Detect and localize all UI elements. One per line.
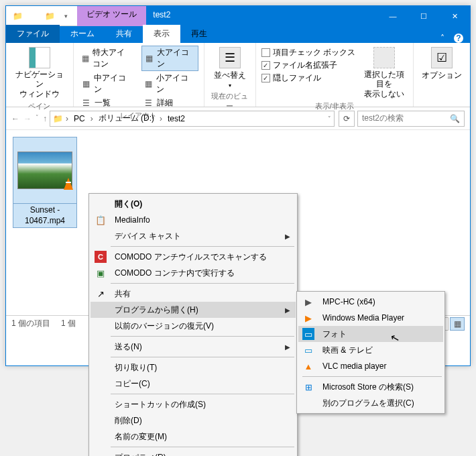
open-with-submenu: ▶MPC-HC (x64)▶Windows Media Player▭フォト▭映… bbox=[296, 291, 445, 414]
ctx-item[interactable]: 📋MediaInfo bbox=[91, 212, 296, 228]
maximize-button[interactable]: ☐ bbox=[408, 6, 439, 26]
ctx-item[interactable]: 送る(N)▶ bbox=[91, 339, 296, 355]
sort-icon: ☰ bbox=[219, 47, 241, 68]
qat-properties-icon[interactable]: ☑ bbox=[26, 9, 41, 23]
ctx-item[interactable]: プログラムから開く(H)▶ bbox=[91, 302, 296, 318]
options-button[interactable]: ☑ オプション bbox=[419, 46, 465, 82]
ctx-item-icon bbox=[95, 198, 107, 210]
tab-play[interactable]: 再生 bbox=[180, 25, 218, 43]
ctx-item[interactable]: ショートカットの作成(S) bbox=[91, 396, 296, 412]
ctx-item-icon bbox=[95, 230, 107, 242]
sort-button[interactable]: ☰ 並べ替え ▾ bbox=[210, 46, 250, 90]
hide-selected-button[interactable]: 選択した項目を 表示しない bbox=[361, 46, 408, 100]
check-item-checkboxes[interactable]: 項目チェック ボックス bbox=[261, 47, 355, 58]
vlc-overlay-icon bbox=[64, 178, 73, 190]
check-file-extensions[interactable]: ✓ファイル名拡張子 bbox=[261, 60, 355, 71]
submenu-item[interactable]: 別のプログラムを選択(C) bbox=[298, 395, 443, 411]
layout-medium[interactable]: ▦中アイコン bbox=[79, 72, 135, 96]
nav-recent-dropdown[interactable]: ˅ bbox=[36, 114, 39, 123]
submenu-item-icon: ⊞ bbox=[302, 381, 314, 393]
ctx-item-icon bbox=[95, 398, 107, 410]
ctx-item[interactable]: ▣COMODO コンテナ内で実行する bbox=[91, 265, 296, 281]
submenu-item[interactable]: ⊞Microsoft Store の検索(S) bbox=[298, 379, 443, 395]
ctx-item[interactable]: CCOMODO アンチウイルスでスキャンする bbox=[91, 249, 296, 265]
ctx-item[interactable]: 以前のバージョンの復元(V) bbox=[91, 318, 296, 334]
refresh-button[interactable]: ⟳ bbox=[339, 111, 355, 127]
file-name[interactable]: Sunset - 10467.mp4 bbox=[13, 204, 77, 228]
window-title: test2 bbox=[146, 6, 377, 26]
group-current-view: ☰ 並べ替え ▾ 現在のビュー bbox=[204, 43, 256, 107]
ctx-item[interactable]: コピー(C) bbox=[91, 376, 296, 392]
submenu-item[interactable]: ▭フォト bbox=[298, 326, 443, 342]
layout-details[interactable]: ☰詳細 bbox=[141, 97, 198, 109]
address-dropdown-icon[interactable]: ˅ bbox=[328, 115, 331, 122]
tab-share[interactable]: 共有 bbox=[105, 25, 143, 43]
ctx-item-icon bbox=[95, 431, 107, 443]
group-pane: ナビゲーション ウィンドウ ペイン bbox=[6, 43, 74, 107]
selection-count: 1 個 bbox=[61, 318, 76, 329]
layout-large[interactable]: ▦大アイコン bbox=[141, 46, 198, 71]
nav-back-button[interactable]: ← bbox=[11, 114, 19, 123]
ctx-item-icon bbox=[95, 320, 107, 332]
submenu-item-icon: ▭ bbox=[302, 328, 314, 340]
breadcrumb[interactable]: 📁 › PC › ボリューム (D:) › test2 ˅ bbox=[50, 111, 335, 127]
submenu-arrow-icon: ▶ bbox=[285, 306, 290, 314]
ctx-item-icon bbox=[95, 361, 107, 374]
ctx-item-icon: ▣ bbox=[95, 267, 107, 279]
submenu-item[interactable]: ▶MPC-HC (x64) bbox=[298, 294, 443, 310]
check-hidden-files[interactable]: ✓隠しファイル bbox=[261, 72, 355, 84]
navbar: ← → ˅ ↑ 📁 › PC › ボリューム (D:) › test2 ˅ ⟳ … bbox=[6, 107, 470, 130]
tab-home[interactable]: ホーム bbox=[60, 25, 105, 43]
crumb-folder[interactable]: test2 bbox=[165, 114, 188, 123]
help-icon[interactable]: ? bbox=[454, 34, 463, 43]
search-icon: 🔍 bbox=[450, 114, 460, 123]
navigation-pane-icon bbox=[29, 47, 50, 68]
folder-icon: 📁 bbox=[10, 9, 25, 23]
minimize-button[interactable]: ― bbox=[377, 6, 408, 26]
submenu-item-icon: ▶ bbox=[302, 296, 314, 308]
nav-up-button[interactable]: ↑ bbox=[43, 114, 47, 123]
ribbon-collapse-icon[interactable]: ˄ bbox=[440, 34, 444, 43]
submenu-item[interactable]: ▲VLC media player bbox=[298, 358, 443, 374]
ctx-item[interactable]: ↗共有 bbox=[91, 286, 296, 302]
window-buttons: ― ☐ ✕ bbox=[377, 6, 470, 26]
search-input[interactable]: test2の検索 🔍 bbox=[357, 111, 465, 127]
layout-small[interactable]: ▦小アイコン bbox=[141, 72, 198, 96]
submenu-item[interactable]: ▭映画 & テレビ bbox=[298, 342, 443, 358]
ctx-item[interactable]: 削除(D) bbox=[91, 412, 296, 429]
close-button[interactable]: ✕ bbox=[439, 6, 470, 26]
crumb-pc[interactable]: PC bbox=[71, 114, 88, 123]
navigation-pane-button[interactable]: ナビゲーション ウィンドウ bbox=[11, 46, 68, 100]
quick-access-toolbar: 📁 ☑ 📁 ▾ bbox=[6, 6, 77, 26]
titlebar: 📁 ☑ 📁 ▾ ビデオ ツール test2 ― ☐ ✕ bbox=[6, 6, 470, 26]
layout-extra-large[interactable]: ▦特大アイコン bbox=[79, 46, 135, 71]
nav-forward-button[interactable]: → bbox=[23, 114, 32, 123]
ctx-item[interactable]: プロパティ(R) bbox=[91, 449, 296, 456]
layout-options: ▦特大アイコン ▦大アイコン ▦中アイコン ▦小アイコン ☰一覧 ☰詳細 bbox=[79, 46, 198, 109]
ctx-item[interactable]: 切り取り(T) bbox=[91, 359, 296, 376]
ctx-item-icon bbox=[95, 378, 107, 390]
ctx-item-icon: C bbox=[95, 251, 107, 263]
layout-list[interactable]: ☰一覧 bbox=[79, 97, 135, 109]
group-show-hide: 項目チェック ボックス ✓ファイル名拡張子 ✓隠しファイル 選択した項目を 表示… bbox=[256, 43, 414, 107]
qat-new-folder-icon[interactable]: 📁 bbox=[42, 9, 57, 23]
context-menu: 開く(O)📋MediaInfoデバイス キャスト▶CCOMODO アンチウイルス… bbox=[88, 193, 298, 456]
qat-dropdown-icon[interactable]: ▾ bbox=[58, 9, 73, 23]
ctx-item[interactable]: 開く(O) bbox=[91, 196, 296, 212]
crumb-volume[interactable]: ボリューム (D:) bbox=[96, 113, 157, 124]
ctx-item[interactable]: 名前の変更(M) bbox=[91, 429, 296, 445]
submenu-item-icon: ▭ bbox=[302, 344, 314, 356]
thumbnails-view-button[interactable]: ▦ bbox=[450, 317, 465, 331]
hide-selected-icon bbox=[373, 47, 395, 68]
ctx-item-icon bbox=[95, 414, 107, 426]
submenu-item[interactable]: ▶Windows Media Player bbox=[298, 310, 443, 326]
ctx-item[interactable]: デバイス キャスト▶ bbox=[91, 228, 296, 244]
tab-file[interactable]: ファイル bbox=[6, 25, 60, 43]
file-item[interactable]: Sunset - 10467.mp4 bbox=[13, 137, 77, 228]
ctx-item-icon: ↗ bbox=[95, 288, 107, 300]
group-options: ☑ オプション bbox=[414, 43, 470, 107]
submenu-arrow-icon: ▶ bbox=[285, 343, 290, 351]
tab-view[interactable]: 表示 bbox=[143, 25, 180, 43]
submenu-item-icon: ▶ bbox=[302, 312, 314, 324]
ctx-item-icon: 📋 bbox=[95, 214, 107, 226]
